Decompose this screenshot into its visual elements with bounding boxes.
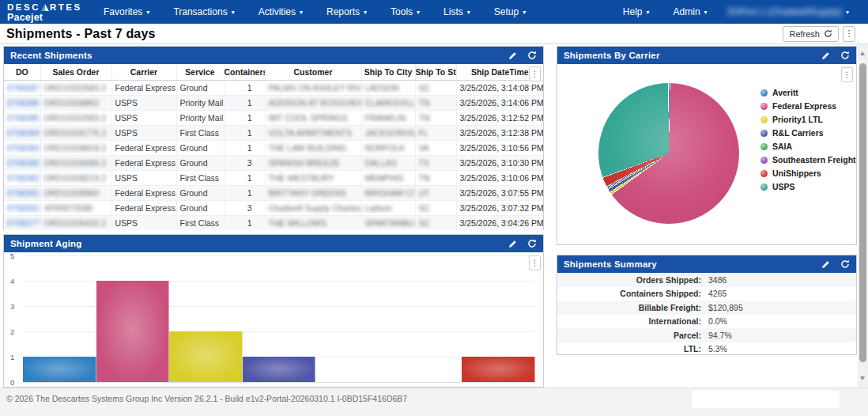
column-header[interactable]: Containers [224,64,265,80]
table-row[interactable]: 0768377ORD10336432.2USPSFirst Class1THE … [4,215,543,230]
cell-customer: PALMS ON ASHLEY RIVER [265,80,361,95]
refresh-icon[interactable] [527,239,537,248]
legend-item-saia[interactable]: SAIA [760,142,856,151]
menu-item-transactions[interactable]: Transactions▾ [161,0,246,24]
column-header[interactable]: Carrier [111,64,176,80]
menu-item-lists[interactable]: Lists▾ [432,0,482,24]
table-row[interactable]: 0768381ORD10338960Federal ExpressGround1… [4,185,543,200]
cell-containers: 3 [224,200,265,215]
scroll-down-arrow-icon[interactable] [860,376,865,380]
summary-row: Containers Shipped:4265 [557,287,856,301]
cell-ship_to_state: TN [415,170,456,185]
legend-item-unishippers[interactable]: UniShippers [760,168,856,178]
cell-carrier: Federal Express [111,80,176,95]
summary-row: International:0.0% [557,315,856,329]
nav-right: Help▾Admin▾ 3GPort.1 (ChadwellSupply) ▾ [611,0,868,24]
cell-ship_datetime: 3/25/2026, 3:10:06 PM [456,170,543,185]
refresh-icon[interactable] [527,51,537,60]
cell-service: Ground [176,140,224,155]
cell-do[interactable]: 0768386 [4,95,40,110]
carrier-pie-chart[interactable] [598,83,739,224]
edit-icon[interactable] [508,240,517,248]
legend-label: Priority1 LTL [772,115,823,124]
page-kebab-menu-button[interactable]: ⋮ [843,26,855,42]
vertical-scrollbar[interactable] [858,44,868,388]
cell-do[interactable]: 0768385 [4,110,40,125]
cell-do[interactable]: 0768382 [4,170,40,185]
cell-service: Priority Mail [176,110,224,125]
table-row[interactable]: 0768386ORD10338802USPSPriority Mail1ADDI… [4,95,543,110]
table-row[interactable]: 0768387ORD10333583.2Federal ExpressGroun… [4,80,543,95]
column-header[interactable]: DO [4,64,40,80]
pie-sheen [598,83,739,224]
panel-icons [821,259,850,269]
cell-containers: 1 [224,125,265,140]
menu-item-favorites[interactable]: Favorites▾ [92,0,161,24]
menu-item-setup[interactable]: Setup▾ [482,0,538,24]
legend-item-r-l-carriers[interactable]: R&L Carriers [760,128,856,138]
edit-icon[interactable] [508,51,517,60]
edit-icon[interactable] [821,260,830,269]
logo-line1: DESCRTES [7,3,92,13]
page-footer: © 2026 The Descartes Systems Group Inc V… [0,388,868,416]
edit-icon[interactable] [821,51,830,60]
column-header[interactable]: Customer [265,64,361,80]
cell-do[interactable]: 0768383 [4,140,40,155]
bar-segment[interactable] [462,357,535,382]
descartes-pacejet-logo[interactable]: DESCRTES Pacejet [0,2,92,23]
menu-item-reports[interactable]: Reports▾ [315,0,379,24]
cell-do[interactable]: 0768362 [4,200,40,215]
bar-segment[interactable] [96,281,170,382]
refresh-icon[interactable] [840,259,850,269]
chart-kebab-menu-button[interactable]: ⋮ [841,67,853,82]
cell-containers: 1 [224,95,265,110]
bar-segment[interactable] [23,357,96,382]
menu-item-admin[interactable]: Admin▾ [662,0,719,24]
table-row[interactable]: 0768384ORD10335776.2USPSFirst Class1VOLT… [4,125,543,140]
cell-customer: VOLTA APARTMENTS [265,125,361,140]
cell-containers: 1 [224,80,265,95]
user-menu[interactable]: 3GPort.1 (ChadwellSupply) ▾ [719,6,857,17]
cell-do[interactable]: 0768380 [4,155,40,170]
cell-sales_order: ORD10332583.2 [40,110,111,125]
bar-segment[interactable] [243,357,316,382]
cell-do[interactable]: 0768384 [4,125,40,140]
legend-item-federal-express[interactable]: Federal Express [760,101,856,111]
menu-item-activities[interactable]: Activities▾ [247,0,315,24]
cell-do[interactable]: 0768377 [4,215,40,230]
shipments-summary-panel: Shipments Summary Orders Shipped:3486Con… [557,255,857,355]
table-kebab-menu-button[interactable]: ⋮ [529,66,541,81]
table-row[interactable]: 0768385ORD10332583.2USPSPriority Mail1IM… [4,110,543,125]
menu-item-help[interactable]: Help▾ [611,0,662,24]
legend-item-priority1-ltl[interactable]: Priority1 LTL [760,115,856,124]
bar-segment[interactable] [169,331,243,382]
cell-ship_datetime: 3/25/2026, 3:04:26 PM [456,215,543,230]
cell-do[interactable]: 0768387 [4,80,40,95]
cell-customer: IMT COOL SPRINGS [265,110,361,125]
cell-sales_order: ORD10338818.2 [40,140,111,155]
cell-do[interactable]: 0768381 [4,185,40,200]
table-row[interactable]: 0768383ORD10338818.2Federal ExpressGroun… [4,140,543,155]
refresh-icon[interactable] [840,51,850,60]
column-header[interactable]: Service [176,64,224,80]
legend-item-southeastern-freight[interactable]: Southeastern Freight [760,155,856,165]
column-header[interactable]: Sales Order [40,64,111,80]
cell-ship_datetime: 3/25/2026, 3:14:06 PM [456,95,543,110]
nav-right-menu: Help▾Admin▾ [611,0,719,24]
column-header[interactable]: Ship To State [415,64,456,80]
scroll-up-arrow-icon[interactable] [860,51,865,55]
chart-kebab-menu-button[interactable]: ⋮ [529,255,541,270]
table-row[interactable]: 0768382ORD10338219.2USPSFirst Class1THE … [4,170,543,185]
legend-item-averitt[interactable]: Averitt [760,88,856,97]
legend-item-usps[interactable]: USPS [760,182,856,191]
table-row[interactable]: 0768362XFR0072580Federal ExpressGround3C… [4,200,543,215]
refresh-button[interactable]: Refresh [783,26,839,42]
scrollbar-thumb[interactable] [859,63,866,362]
column-header[interactable]: Ship To City [361,64,415,80]
table-row[interactable]: 0768380ORD10335689.2Federal ExpressGroun… [4,155,543,170]
cell-containers: 1 [224,140,265,155]
logo-line2: Pacejet [7,13,92,23]
chevron-down-icon: ▾ [364,9,367,16]
menu-item-tools[interactable]: Tools▾ [379,0,432,24]
aging-bar-chart[interactable] [23,255,535,382]
